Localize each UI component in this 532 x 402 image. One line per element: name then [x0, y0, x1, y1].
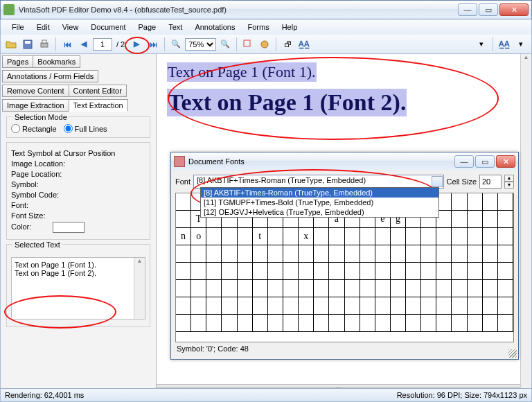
glyph-cell[interactable] [191, 280, 206, 297]
glyph-cell[interactable] [468, 193, 483, 211]
glyph-cell[interactable] [483, 315, 498, 332]
zoom-out-icon[interactable]: 🔍 [168, 37, 184, 52]
glyph-cell[interactable] [498, 228, 513, 245]
glyph-cell[interactable] [253, 297, 268, 315]
tool-font2-icon[interactable]: A̲A̲ [497, 37, 512, 52]
canvas-scrollbar[interactable]: ▲ [520, 54, 531, 388]
glyph-cell[interactable] [498, 193, 513, 211]
glyph-cell[interactable] [406, 228, 421, 245]
last-page-icon[interactable]: ⏭ [145, 37, 161, 52]
menu-text[interactable]: Text [163, 21, 188, 33]
font-option-0[interactable]: [8] AKBTIF+Times-Roman (TrueType, Embedd… [201, 188, 438, 198]
tool-dropdown-icon[interactable]: ▾ [474, 37, 489, 52]
glyph-cell[interactable] [375, 280, 391, 297]
tab-text-extraction[interactable]: Text Extraction [69, 99, 128, 112]
glyph-cell[interactable] [345, 263, 360, 280]
glyph-cell[interactable] [360, 245, 375, 263]
open-icon[interactable] [3, 37, 19, 52]
fontwin-titlebar[interactable]: Document Fonts — ▭ ✕ [171, 152, 518, 171]
glyph-cell[interactable] [329, 245, 344, 263]
glyph-cell[interactable] [391, 228, 406, 245]
glyph-cell[interactable] [283, 297, 299, 315]
glyph-cell[interactable] [329, 228, 344, 245]
glyph-cell[interactable] [436, 315, 452, 332]
glyph-cell[interactable] [452, 228, 467, 245]
glyph-cell[interactable] [391, 263, 406, 280]
glyph-cell[interactable] [421, 263, 436, 280]
glyph-cell[interactable] [268, 280, 283, 297]
glyph-cell[interactable] [452, 315, 467, 332]
chevron-down-icon[interactable] [432, 176, 443, 187]
glyph-cell[interactable] [391, 245, 406, 263]
glyph-cell[interactable] [299, 263, 314, 280]
glyph-cell[interactable] [329, 263, 344, 280]
glyph-cell[interactable] [468, 228, 483, 245]
glyph-cell[interactable] [191, 263, 206, 280]
glyph-cell[interactable] [483, 228, 498, 245]
save-icon[interactable] [20, 37, 35, 52]
glyph-cell[interactable] [314, 280, 329, 297]
tab-content-editor[interactable]: Content Editor [69, 85, 127, 97]
glyph-cell[interactable] [238, 297, 253, 315]
glyph-cell[interactable] [391, 315, 406, 332]
menu-annotations[interactable]: Annotations [189, 21, 240, 33]
glyph-cell[interactable] [191, 297, 206, 315]
menu-page[interactable]: Page [133, 21, 162, 33]
tab-bookmarks[interactable]: Bookmarks [33, 55, 80, 68]
glyph-cell[interactable] [253, 315, 268, 332]
fontwin-minimize[interactable]: — [454, 155, 474, 168]
glyph-cell[interactable] [360, 263, 375, 280]
glyph-cell[interactable] [329, 315, 344, 332]
glyph-cell[interactable] [483, 245, 498, 263]
doc-text-line2[interactable]: Text on Page 1 (Font 2). [167, 89, 407, 116]
glyph-cell[interactable] [314, 297, 329, 315]
radio-full-lines[interactable]: Full Lines [64, 124, 107, 133]
glyph-cell[interactable] [283, 280, 299, 297]
glyph-cell[interactable] [436, 245, 452, 263]
glyph-cell[interactable] [483, 211, 498, 228]
glyph-cell[interactable] [375, 297, 391, 315]
glyph-cell[interactable] [345, 315, 360, 332]
document-fonts-window[interactable]: Document Fonts — ▭ ✕ Font [8] AKBTIF+Tim… [170, 152, 519, 360]
glyph-cell[interactable] [360, 297, 375, 315]
glyph-cell[interactable] [375, 315, 391, 332]
radio-rectangle[interactable]: Rectangle [11, 124, 57, 133]
horizontal-splitter[interactable]: ···· [157, 384, 520, 388]
glyph-cell[interactable] [360, 280, 375, 297]
glyph-cell[interactable] [222, 245, 237, 263]
glyph-cell[interactable] [406, 245, 421, 263]
glyph-cell[interactable] [421, 228, 436, 245]
glyph-cell[interactable] [483, 297, 498, 315]
glyph-cell[interactable] [176, 211, 191, 228]
glyph-cell[interactable] [206, 228, 222, 245]
glyph-cell[interactable] [299, 280, 314, 297]
close-button[interactable]: ✕ [499, 3, 529, 16]
glyph-cell[interactable] [483, 193, 498, 211]
glyph-cell[interactable]: n [176, 228, 191, 245]
glyph-cell[interactable] [314, 263, 329, 280]
glyph-cell[interactable] [329, 297, 344, 315]
font-option-2[interactable]: [12] OEJGVJ+Helvetica (TrueType, Embedde… [201, 207, 438, 217]
glyph-cell[interactable] [421, 280, 436, 297]
glyph-cell[interactable] [375, 228, 391, 245]
glyph-cell[interactable] [222, 315, 237, 332]
glyph-cell[interactable] [498, 280, 513, 297]
glyph-cell[interactable] [268, 315, 283, 332]
glyph-cell[interactable] [299, 245, 314, 263]
glyph-cell[interactable] [253, 280, 268, 297]
glyph-cell[interactable] [314, 228, 329, 245]
glyph-cell[interactable] [498, 315, 513, 332]
font-option-1[interactable]: [11] TGMUPF+Times-Bold (TrueType, Embedd… [201, 198, 438, 207]
glyph-cell[interactable] [345, 228, 360, 245]
fontwin-close[interactable]: ✕ [496, 155, 515, 168]
page-input[interactable] [93, 38, 112, 51]
glyph-cell[interactable] [436, 297, 452, 315]
glyph-cell[interactable] [238, 228, 253, 245]
glyph-cell[interactable] [483, 280, 498, 297]
tab-image-extraction[interactable]: Image Extraction [2, 99, 69, 112]
glyph-cell[interactable] [468, 245, 483, 263]
tab-remove-content[interactable]: Remove Content [2, 85, 69, 97]
glyph-cell[interactable] [421, 315, 436, 332]
glyph-cell[interactable] [238, 245, 253, 263]
tool-font-icon[interactable]: A̲A̲ [296, 37, 312, 52]
